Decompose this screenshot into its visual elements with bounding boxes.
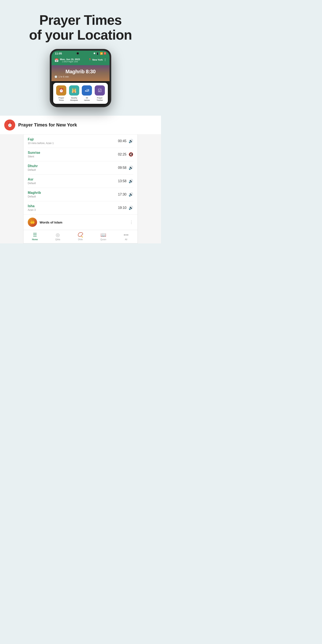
prayer-countdown: 🕐 1 hr 6 min <box>54 76 106 78</box>
action-99-names[interactable]: الله 99names <box>80 85 93 102</box>
prayer-row-fajr[interactable]: Fajr 10 mins before, Azan 1 00:45 🔊 <box>28 134 133 148</box>
nav-quran[interactable]: 📖 Quran <box>97 232 110 241</box>
nav-all[interactable]: ••• All <box>120 232 132 241</box>
bottom-nav: ☰ Home ◎ Qibla 📿 Dhikr 📖 Quran ••• All <box>24 230 138 243</box>
prayer-row-dhuhr[interactable]: Dhuhr Default 09:58 🔊 <box>28 161 133 174</box>
maghrib-right: 17:30 🔊 <box>118 192 133 197</box>
quran-icon: 📖 <box>100 232 106 238</box>
app-header: 📅 Mon, Jun 19, 2023 1 Dhu'l-Hijjah 1444 … <box>52 56 110 65</box>
prayer-name: Maghrib <box>66 69 84 74</box>
wifi-icon: 📶 <box>100 52 103 55</box>
dhikr-label: Dhikr <box>78 238 83 241</box>
asr-sound-icon[interactable]: 🔊 <box>128 179 133 184</box>
words-label: Words of Islam <box>40 220 127 224</box>
names-label: 99names <box>84 97 90 102</box>
camera-notch <box>76 52 79 55</box>
fajr-info: Fajr 10 mins before, Azan 1 <box>28 138 54 145</box>
dhikr-icon: 📿 <box>78 232 83 238</box>
maghrib-name: Maghrib <box>28 191 41 195</box>
sunrise-sound-icon[interactable]: 🔇 <box>128 152 133 157</box>
isha-right: 19:10 🔊 <box>118 206 133 210</box>
fajr-name: Fajr <box>28 138 54 141</box>
bluetooth-icon: ✱ <box>94 52 95 55</box>
maghrib-sub: Default <box>28 195 41 198</box>
fajr-right: 00:45 🔊 <box>118 139 133 144</box>
fajr-time: 00:45 <box>118 139 126 143</box>
header-row: 📅 Mon, Jun 19, 2023 1 Dhu'l-Hijjah 1444 … <box>54 58 106 63</box>
calendar-icon: 📅 <box>54 58 59 62</box>
prayer-row-isha[interactable]: Isha Azan 3 19:10 🔊 <box>28 201 133 214</box>
nav-dhikr[interactable]: 📿 Dhikr <box>74 232 87 241</box>
date-block: 📅 Mon, Jun 19, 2023 1 Dhu'l-Hijjah 1444 <box>54 58 80 63</box>
quick-actions: ⏰ PrayerTimes 🕌 NearbyMosques الله 99nam… <box>53 83 108 104</box>
phone2-container: Fajr 10 mins before, Azan 1 00:45 🔊 Sunr… <box>0 134 161 244</box>
home-icon: ☰ <box>33 232 37 238</box>
status-icons: ✱ 📳 📶 7 <box>94 52 106 55</box>
isha-time: 19:10 <box>118 206 126 210</box>
section2-header: ⏰ Prayer Times for New York <box>0 116 161 134</box>
more-menu-icon[interactable]: ⋮ <box>104 58 106 62</box>
location-icon: 📍 <box>88 58 92 61</box>
main-title: Prayer Times of your Location <box>8 13 152 42</box>
nearby-mosques-icon: 🕌 <box>69 85 79 96</box>
prayer-row-asr[interactable]: Asr Default 13:58 🔊 <box>28 174 133 188</box>
app-icon-symbol: ⏰ <box>7 122 13 128</box>
words-icon: 🤲 <box>28 218 37 227</box>
top-section: Prayer Times of your Location 11:05 ✱ 📳 … <box>0 0 161 116</box>
phone2-screen: Fajr 10 mins before, Azan 1 00:45 🔊 Sunr… <box>23 134 138 244</box>
words-of-islam-row[interactable]: 🤲 Words of Islam ⋮ <box>24 214 138 230</box>
asr-sub: Default <box>28 182 36 185</box>
tracker-label: PrayerTracker <box>96 97 103 102</box>
location-block[interactable]: 📍 New York ⋮ <box>88 58 106 62</box>
words-more-icon[interactable]: ⋮ <box>130 220 133 224</box>
app-icon: ⏰ <box>4 120 15 130</box>
date-info: Mon, Jun 19, 2023 1 Dhu'l-Hijjah 1444 <box>60 58 80 63</box>
maghrib-info: Maghrib Default <box>28 191 41 198</box>
nav-home[interactable]: ☰ Home <box>28 232 41 241</box>
quran-label: Quran <box>100 238 106 241</box>
names-icon: الله <box>82 85 92 96</box>
phone-frame: 11:05 ✱ 📳 📶 7 📅 Mon <box>50 49 111 108</box>
location-text: New York <box>92 58 103 61</box>
qibla-icon: ◎ <box>56 232 60 238</box>
isha-sound-icon[interactable]: 🔊 <box>128 206 133 210</box>
prayer-hero: Maghrib 8:30 🕐 1 hr 6 min <box>52 65 110 81</box>
dhuhr-sub: Default <box>28 168 38 172</box>
dhuhr-time: 09:58 <box>118 166 126 170</box>
tracker-icon: ☑ <box>95 85 105 96</box>
prayer-time-display: 8:30 <box>86 69 96 74</box>
vibrate-icon: 📳 <box>96 52 99 55</box>
sunrise-time: 02:25 <box>118 152 126 156</box>
phone-screen: 11:05 ✱ 📳 📶 7 📅 Mon <box>52 51 110 106</box>
prayer-row-maghrib[interactable]: Maghrib Default 17:30 🔊 <box>28 188 133 201</box>
phone-mockup-1: 11:05 ✱ 📳 📶 7 📅 Mon <box>8 49 152 108</box>
isha-sub: Azan 3 <box>28 208 36 212</box>
action-nearby-mosques[interactable]: 🕌 NearbyMosques <box>68 85 80 102</box>
sunrise-right: 02:25 🔇 <box>118 152 133 157</box>
prayer-name-time: Maghrib 8:30 <box>54 69 106 74</box>
fajr-sound-icon[interactable]: 🔊 <box>128 139 133 144</box>
prayer-times-icon: ⏰ <box>56 85 66 96</box>
status-time: 11:05 <box>55 52 62 55</box>
sunrise-info: Sunrise Silent <box>28 151 40 158</box>
fajr-sub: 10 mins before, Azan 1 <box>28 142 54 145</box>
action-prayer-times[interactable]: ⏰ PrayerTimes <box>55 85 68 102</box>
sunrise-name: Sunrise <box>28 151 40 155</box>
sunrise-sub: Silent <box>28 155 40 158</box>
qibla-label: Qibla <box>55 238 60 241</box>
prayer-list: Fajr 10 mins before, Azan 1 00:45 🔊 Sunr… <box>24 134 138 214</box>
all-icon: ••• <box>124 232 128 238</box>
dhuhr-info: Dhuhr Default <box>28 164 38 172</box>
status-bar: 11:05 ✱ 📳 📶 7 <box>52 51 110 56</box>
section2-title: Prayer Times for New York <box>18 122 77 128</box>
home-label: Home <box>32 238 38 241</box>
maghrib-sound-icon[interactable]: 🔊 <box>128 192 133 197</box>
prayer-row-sunrise[interactable]: Sunrise Silent 02:25 🔇 <box>28 148 133 161</box>
asr-name: Asr <box>28 178 36 181</box>
action-prayer-tracker[interactable]: ☑ PrayerTracker <box>94 85 106 102</box>
isha-name: Isha <box>28 204 36 208</box>
clock-icon: 🕐 <box>54 76 58 78</box>
dhuhr-sound-icon[interactable]: 🔊 <box>128 166 133 170</box>
all-label: All <box>125 238 127 241</box>
nav-qibla[interactable]: ◎ Qibla <box>51 232 64 241</box>
